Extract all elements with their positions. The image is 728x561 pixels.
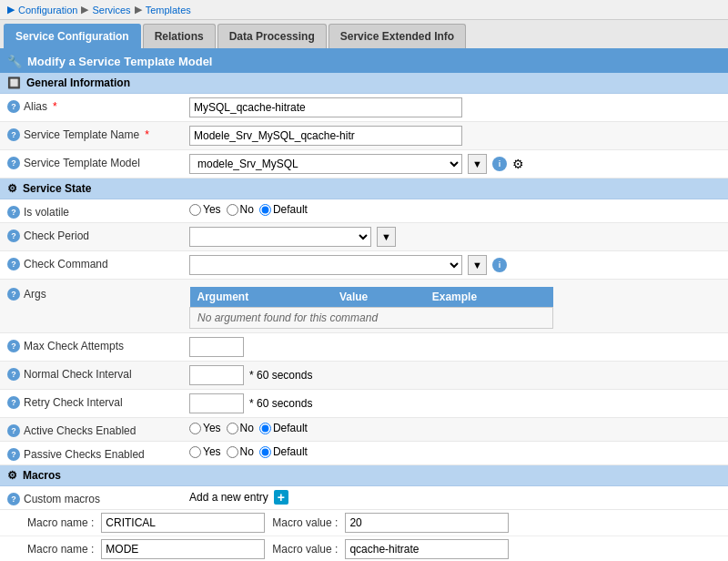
check-command-info-icon[interactable]: i	[492, 258, 507, 272]
active-checks-help-icon[interactable]: ?	[7, 424, 20, 437]
passive-checks-help-icon[interactable]: ?	[7, 448, 20, 461]
is-volatile-label-container: ? Is volatile	[7, 203, 189, 219]
macro-name-input-1[interactable]	[101, 539, 265, 559]
tab-relations[interactable]: Relations	[143, 24, 216, 48]
template-name-label-container: ? Service Template Name *	[7, 126, 189, 141]
template-model-label: Service Template Model	[24, 157, 140, 169]
tab-service-config[interactable]: Service Configuration	[4, 24, 141, 48]
template-model-info-icon[interactable]: i	[492, 157, 507, 171]
args-table: Argument Value Example No argument found…	[189, 287, 553, 329]
tabs-bar: Service Configuration Relations Data Pro…	[0, 20, 728, 50]
retry-check-input[interactable]	[189, 393, 244, 413]
template-model-value: modele_Srv_MySQL ▼ i ⚙	[189, 154, 721, 174]
macro-entry-0: Macro name : Macro value :	[0, 510, 728, 536]
active-default-label[interactable]: Default	[259, 422, 308, 434]
template-name-value	[189, 126, 721, 146]
volatile-default-radio[interactable]	[259, 204, 271, 216]
args-empty-row: No argument found for this command	[190, 308, 553, 329]
macro-value-label-1: Macro value :	[272, 543, 338, 556]
active-yes-label[interactable]: Yes	[189, 422, 221, 434]
args-row: ? Args Argument Value Example No argumen…	[0, 280, 728, 333]
custom-macros-help-icon[interactable]: ?	[7, 493, 20, 505]
passive-default-label[interactable]: Default	[259, 445, 308, 458]
check-period-select[interactable]	[189, 227, 371, 247]
max-check-input[interactable]	[189, 337, 244, 357]
general-info-label: General Information	[26, 76, 130, 89]
volatile-yes-radio[interactable]	[189, 204, 201, 216]
normal-check-label-container: ? Normal Check Interval	[7, 365, 189, 381]
args-label: Args	[24, 288, 46, 301]
args-value: Argument Value Example No argument found…	[189, 285, 721, 329]
passive-no-label[interactable]: No	[227, 445, 254, 458]
passive-default-radio[interactable]	[259, 446, 271, 458]
volatile-yes-label[interactable]: Yes	[189, 203, 221, 216]
template-model-select[interactable]: modele_Srv_MySQL	[189, 154, 462, 174]
alias-label-container: ? Alias *	[7, 97, 189, 113]
template-model-label-container: ? Service Template Model	[7, 154, 189, 169]
macro-value-input-1[interactable]	[345, 539, 509, 559]
check-command-value: ▼ i	[189, 255, 721, 275]
volatile-no-label[interactable]: No	[227, 203, 254, 216]
template-model-row: ? Service Template Model modele_Srv_MySQ…	[0, 150, 728, 178]
macro-name-input-0[interactable]	[101, 513, 265, 533]
volatile-default-text: Default	[273, 203, 308, 216]
check-command-select-btn[interactable]: ▼	[468, 255, 487, 275]
breadcrumb-templates[interactable]: Templates	[146, 5, 191, 15]
normal-check-help-icon[interactable]: ?	[7, 368, 20, 381]
active-yes-text: Yes	[203, 422, 221, 434]
active-default-radio[interactable]	[259, 423, 271, 434]
tab-service-extended-info[interactable]: Service Extended Info	[329, 24, 466, 48]
active-yes-radio[interactable]	[189, 423, 201, 434]
alias-input[interactable]	[189, 97, 462, 117]
passive-yes-text: Yes	[203, 445, 221, 458]
max-check-label: Max Check Attempts	[24, 340, 124, 352]
check-period-select-btn[interactable]: ▼	[377, 227, 396, 247]
template-name-input[interactable]	[189, 126, 462, 146]
normal-check-input[interactable]	[189, 365, 244, 385]
add-entry-button[interactable]: +	[274, 490, 288, 505]
active-no-radio[interactable]	[227, 423, 238, 434]
custom-macros-label: Custom macros	[24, 493, 100, 505]
passive-checks-row: ? Passive Checks Enabled Yes No Default	[0, 442, 728, 465]
is-volatile-help-icon[interactable]: ?	[7, 206, 20, 219]
retry-check-row: ? Retry Check Interval * 60 seconds	[0, 390, 728, 418]
max-check-help-icon[interactable]: ?	[7, 340, 20, 352]
breadcrumb-configuration[interactable]: Configuration	[18, 5, 77, 15]
breadcrumb-sep1: ▶	[81, 4, 88, 15]
template-model-help-icon[interactable]: ?	[7, 157, 20, 169]
check-command-select[interactable]	[189, 255, 462, 275]
active-checks-label-container: ? Active Checks Enabled	[7, 422, 189, 437]
args-col-example: Example	[425, 287, 553, 308]
passive-yes-label[interactable]: Yes	[189, 445, 221, 458]
active-checks-radios: Yes No Default	[189, 422, 308, 434]
active-no-text: No	[240, 422, 254, 434]
alias-required: *	[53, 100, 57, 113]
check-command-help-icon[interactable]: ?	[7, 258, 20, 270]
alias-row: ? Alias *	[0, 94, 728, 122]
breadcrumb-services[interactable]: Services	[92, 5, 130, 15]
passive-no-text: No	[240, 445, 254, 458]
passive-checks-value: Yes No Default	[189, 445, 721, 458]
retry-check-help-icon[interactable]: ?	[7, 396, 20, 409]
volatile-default-label[interactable]: Default	[259, 203, 308, 216]
template-name-label: Service Template Name	[24, 128, 139, 141]
check-period-help-icon[interactable]: ?	[7, 230, 20, 242]
template-name-help-icon[interactable]: ?	[7, 128, 20, 141]
add-entry-text: Add a new entry	[189, 491, 268, 504]
passive-yes-radio[interactable]	[189, 446, 201, 458]
macro-value-input-0[interactable]	[345, 513, 509, 533]
volatile-no-radio[interactable]	[227, 204, 238, 216]
args-help-icon[interactable]: ?	[7, 288, 20, 301]
alias-help-icon[interactable]: ?	[7, 100, 20, 113]
macro-entry-1: Macro name : Macro value :	[0, 536, 728, 561]
template-model-select-btn[interactable]: ▼	[468, 154, 487, 174]
active-no-label[interactable]: No	[227, 422, 254, 434]
passive-no-radio[interactable]	[227, 446, 238, 458]
passive-checks-radios: Yes No Default	[189, 445, 308, 458]
args-empty-message: No argument found for this command	[190, 308, 553, 329]
template-model-gear-icon[interactable]: ⚙	[512, 157, 524, 171]
max-check-label-container: ? Max Check Attempts	[7, 337, 189, 352]
check-command-label-container: ? Check Command	[7, 255, 189, 270]
tab-data-processing[interactable]: Data Processing	[217, 24, 327, 48]
passive-checks-label-container: ? Passive Checks Enabled	[7, 445, 189, 461]
